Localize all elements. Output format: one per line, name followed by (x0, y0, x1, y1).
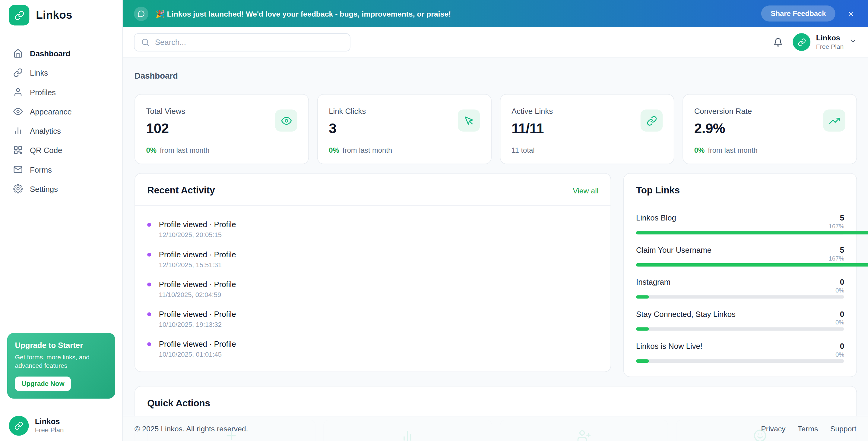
activity-dot (147, 223, 151, 227)
top-header: Linkos Free Plan (123, 27, 868, 58)
home-icon (13, 49, 23, 58)
top-link-item: Linkos Blog 5 167% (624, 208, 857, 240)
view-all-link[interactable]: View all (573, 186, 598, 195)
footer-link-privacy[interactable]: Privacy (761, 425, 785, 433)
activity-text: Profile viewed · Profile (159, 339, 236, 348)
activity-dot (147, 312, 151, 316)
stat-note: from last month (708, 146, 757, 155)
progress-track (636, 360, 844, 363)
stat-card-link-clicks: Link Clicks 3 0% from last month (317, 94, 492, 164)
stat-card-active-links: Active Links 11/11 11 total (500, 94, 674, 164)
sidebar-item-settings[interactable]: Settings (7, 180, 116, 198)
stat-label: Total Views (146, 107, 298, 115)
link-icon (641, 109, 662, 131)
sidebar-item-label: Appearance (30, 107, 72, 116)
search-input[interactable] (155, 38, 343, 46)
progress-fill (636, 263, 868, 267)
upgrade-now-button[interactable]: Upgrade Now (15, 377, 71, 391)
bar-chart-icon (13, 126, 23, 135)
footer-link-support[interactable]: Support (830, 425, 857, 433)
notifications-button[interactable] (773, 37, 783, 47)
top-link-count: 0 (840, 310, 844, 318)
footer: © 2025 Linkos. All rights reserved. Priv… (123, 416, 868, 441)
top-link-percent: 0% (636, 319, 844, 326)
account-name: Linkos (816, 33, 844, 42)
top-link-name: Claim Your Username (636, 245, 711, 254)
top-link-item: Instagram 0 0% (624, 273, 857, 305)
top-link-item: Linkos is Now Live! 0 0% (624, 337, 857, 369)
quick-actions-title: Quick Actions (147, 398, 844, 409)
close-icon (847, 10, 855, 18)
sidebar: Linkos Dashboard Links Profiles Appearan… (0, 0, 123, 441)
top-link-name: Linkos Blog (636, 213, 676, 222)
account-menu[interactable]: Linkos Free Plan (793, 33, 857, 51)
activity-timestamp: 10/10/2025, 01:01:45 (159, 351, 236, 359)
stat-value: 11/11 (512, 121, 662, 136)
mail-icon (13, 165, 23, 174)
progress-track (636, 328, 844, 331)
close-banner-button[interactable] (843, 5, 859, 22)
sidebar-item-forms[interactable]: Forms (7, 160, 116, 179)
upgrade-title: Upgrade to Starter (15, 341, 108, 349)
eye-icon (275, 109, 297, 131)
stat-note: 11 total (512, 146, 535, 155)
sidebar-item-label: Analytics (30, 126, 61, 135)
activity-timestamp: 11/10/2025, 02:04:59 (159, 291, 236, 299)
account-name: Linkos (35, 417, 64, 426)
sidebar-account[interactable]: Linkos Free Plan (0, 410, 122, 441)
sidebar-item-label: Forms (30, 165, 52, 174)
progress-track (636, 263, 844, 267)
top-link-name: Instagram (636, 277, 671, 286)
progress-fill (636, 231, 868, 234)
progress-fill (636, 295, 648, 299)
gear-icon (13, 184, 23, 193)
sidebar-item-label: Dashboard (30, 49, 70, 58)
activity-item: Profile viewed · Profile 10/10/2025, 01:… (147, 334, 598, 364)
sidebar-item-appearance[interactable]: Appearance (7, 102, 116, 121)
activity-timestamp: 12/10/2025, 15:51:31 (159, 261, 236, 269)
sidebar-item-dashboard[interactable]: Dashboard (7, 44, 116, 63)
activity-dot (147, 282, 151, 286)
stat-label: Link Clicks (329, 107, 480, 115)
sidebar-item-label: Links (30, 68, 48, 77)
sidebar-item-links[interactable]: Links (7, 64, 116, 82)
activity-text: Profile viewed · Profile (159, 250, 236, 259)
top-link-item: Stay Connected, Stay Linkos 0 0% (624, 305, 857, 337)
activity-text: Profile viewed · Profile (159, 280, 236, 289)
eye-icon (13, 107, 23, 116)
activity-timestamp: 12/10/2025, 20:05:15 (159, 231, 236, 239)
top-link-count: 5 (840, 213, 844, 222)
activity-timestamp: 10/10/2025, 19:13:32 (159, 321, 236, 329)
main-content: Dashboard Total Views 102 0% from last m… (123, 58, 868, 441)
banner-message: 🎉 Linkos just launched! We'd love your f… (156, 9, 451, 18)
top-links-title: Top Links (636, 185, 680, 196)
progress-fill (636, 328, 648, 331)
sidebar-item-label: QR Code (30, 146, 62, 155)
footer-link-terms[interactable]: Terms (798, 425, 818, 433)
stat-card-total-views: Total Views 102 0% from last month (134, 94, 309, 164)
progress-track (636, 295, 844, 299)
activity-dot (147, 342, 151, 346)
app-logo-text: Linkos (36, 9, 72, 22)
stat-value: 102 (146, 121, 298, 136)
share-feedback-button[interactable]: Share Feedback (761, 5, 835, 22)
stat-card-conversion-rate: Conversion Rate 2.9% 0% from last month (683, 94, 857, 164)
sidebar-item-qr-code[interactable]: QR Code (7, 141, 116, 159)
sidebar-item-analytics[interactable]: Analytics (7, 122, 116, 140)
stat-cards: Total Views 102 0% from last month Link … (134, 94, 857, 164)
cursor-click-icon (458, 109, 480, 131)
stat-note: from last month (160, 146, 209, 155)
progress-fill (636, 360, 648, 363)
account-plan: Free Plan (816, 42, 844, 50)
app-logo[interactable]: Linkos (0, 0, 122, 30)
top-link-name: Stay Connected, Stay Linkos (636, 310, 736, 318)
stat-delta: 0% (329, 146, 339, 155)
activity-item: Profile viewed · Profile 10/10/2025, 19:… (147, 304, 598, 334)
top-link-percent: 0% (636, 287, 844, 294)
sidebar-item-profiles[interactable]: Profiles (7, 83, 116, 101)
link-icon (9, 5, 29, 26)
stat-label: Conversion Rate (694, 107, 845, 115)
top-links-panel: Top Links Linkos Blog 5 167% Claim Your … (623, 173, 857, 377)
bell-icon (773, 37, 783, 47)
activity-dot (147, 253, 151, 257)
